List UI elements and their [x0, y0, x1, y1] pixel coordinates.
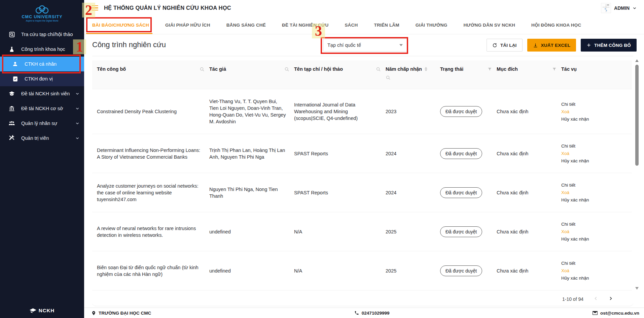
export-label: XUẤT EXCEL: [541, 43, 571, 48]
delete-link[interactable]: Xoá: [561, 267, 624, 274]
status-badge: Đã được duyệt: [440, 106, 482, 117]
col-nam-chap-nhan[interactable]: Năm chấp nhận: [386, 60, 440, 89]
sidebar-item-label: Quản lý nhân sự: [21, 121, 57, 126]
pagination-range: 1-10 of 94: [562, 296, 583, 302]
col-tac-gia[interactable]: Tác giả: [209, 60, 294, 89]
admin-avatar: [601, 3, 611, 13]
cell-journal: N/A: [294, 212, 386, 251]
sidebar-item-label: CTKH cá nhân: [25, 61, 57, 67]
tab-trien-lam[interactable]: TRIỂN LÃM: [374, 23, 399, 28]
cell-journal: N/A: [294, 251, 386, 290]
prev-page-button[interactable]: [594, 296, 598, 302]
journal-type-select[interactable]: Tạp chí quốc tế 3: [323, 39, 407, 52]
tab-bai-bao-chuong-sach[interactable]: BÀI BÁO/CHƯƠNG SÁCH 2: [92, 23, 149, 28]
export-excel-button[interactable]: XUẤT EXCEL: [527, 39, 576, 52]
cell-journal: SPAST Reports: [294, 173, 386, 212]
scrollbar-thumb[interactable]: [635, 65, 639, 166]
tab-giai-thuong[interactable]: GIẢI THƯỞNG: [416, 23, 448, 28]
col-tac-vu: Tác vụ: [561, 60, 632, 89]
delete-link[interactable]: Xoá: [561, 228, 624, 235]
col-trang-thai[interactable]: Trạng thái: [440, 60, 497, 89]
graduation-cap-icon: [8, 90, 15, 97]
footer-phone-label: 02471029999: [362, 311, 390, 316]
col-label: Trạng thái: [440, 66, 463, 72]
col-label: Tên tạp chí / hội thảo: [294, 66, 343, 72]
filter-icon[interactable]: [552, 67, 557, 71]
header-buttons: TẢI LẠI XUẤT EXCEL THÊM CÔNG BỐ: [487, 39, 637, 52]
sidebar-item-quan-tri-vien[interactable]: Quản trị viên: [0, 131, 84, 146]
cancel-confirm-link[interactable]: Hủy xác nhận: [561, 236, 624, 242]
clipboard-check-icon: [11, 75, 19, 83]
admin-menu[interactable]: ADMIN: [601, 3, 637, 13]
add-publication-button[interactable]: THÊM CÔNG BỐ: [581, 39, 637, 52]
table-row: Determinant Influencing Non-Performing L…: [92, 134, 632, 173]
col-ten-tap-chi[interactable]: Tên tạp chí / hội thảo: [294, 60, 386, 89]
tab-giai-phap-huu-ich[interactable]: GIẢI PHÁP HỮU ÍCH: [165, 23, 210, 28]
sidebar-item-de-tai-sv[interactable]: Đề tài NCKH sinh viên: [0, 86, 84, 101]
detail-link[interactable]: Chi tiết: [561, 143, 624, 149]
cell-title: Biên soạn Đại từ điển quốc ngữ chuẩn (từ…: [92, 251, 209, 290]
detail-link[interactable]: Chi tiết: [561, 182, 624, 188]
scroll-up-arrow-icon[interactable]: [635, 59, 639, 62]
sidebar-item-tra-cuu[interactable]: Tra cứu tạp chí/hội thảo: [0, 27, 84, 42]
detail-link[interactable]: Chi tiết: [561, 260, 624, 266]
sidebar-item-label: Công trình khoa học: [21, 46, 65, 52]
content-header: Công trình nghiên cứu Tạp chí quốc tế 3 …: [84, 34, 644, 56]
tab-huong-dan-sv-nckh[interactable]: HƯỚNG DẪN SV NCKH: [463, 23, 515, 28]
col-label: Mục đích: [497, 66, 518, 72]
download-icon: [533, 43, 538, 48]
sidebar-item-ctkh-ca-nhan[interactable]: CTKH cá nhân 1: [0, 57, 84, 71]
delete-link[interactable]: Xoá: [561, 150, 624, 157]
add-label: THÊM CÔNG BỐ: [594, 43, 631, 48]
footer-university: TRƯỜNG ĐẠI HỌC CMC: [92, 311, 151, 316]
sidebar-item-quan-ly-nhan-su[interactable]: Quản lý nhân sự: [0, 116, 84, 131]
chevron-down-icon: [75, 92, 79, 96]
cancel-confirm-link[interactable]: Hủy xác nhận: [561, 275, 624, 281]
cell-authors: Nguyen Thi Phi Nga, Nong Tien Thanh: [209, 173, 294, 212]
detail-link[interactable]: Chi tiết: [561, 221, 624, 227]
location-pin-icon: [92, 311, 96, 316]
tab-bang-sang-che[interactable]: BẰNG SÁNG CHẾ: [226, 23, 266, 28]
col-label: Tên công bố: [97, 66, 126, 72]
search-icon[interactable]: [284, 67, 289, 72]
journal-type-value: Tạp chí quốc tế: [327, 42, 361, 48]
col-ten-cong-bo[interactable]: Tên công bố: [92, 60, 209, 89]
search-icon[interactable]: [200, 67, 205, 72]
sidebar-item-de-tai-co-so[interactable]: Đề tài NCKH cơ sở: [0, 101, 84, 116]
reload-button[interactable]: TẢI LẠI: [487, 39, 523, 52]
cell-title: Determinant Influencing Non-Performing L…: [92, 134, 209, 173]
envelope-icon: [593, 311, 598, 315]
col-label: Năm chấp nhận: [386, 66, 422, 72]
detail-link[interactable]: Chi tiết: [561, 101, 624, 107]
vertical-scrollbar[interactable]: [635, 58, 639, 291]
search-icon[interactable]: [386, 75, 435, 80]
hamburger-menu-icon[interactable]: [92, 5, 98, 11]
delete-link[interactable]: Xoá: [561, 189, 624, 196]
search-icon[interactable]: [376, 67, 381, 72]
sorter-icon[interactable]: [425, 67, 427, 71]
col-muc-dich[interactable]: Mục đích: [497, 60, 561, 89]
tab-de-tai-nghien-cuu[interactable]: ĐỀ TÀI NGHIÊN CỨU: [282, 23, 328, 28]
next-page-button[interactable]: [608, 296, 613, 302]
cmc-logo-tagline: Aspire to Inspire the Digital World: [26, 20, 58, 22]
tab-hoi-dong-khoa-hoc[interactable]: HỘI ĐỒNG KHOA HỌC: [531, 23, 581, 28]
cancel-confirm-link[interactable]: Hủy xác nhận: [561, 197, 624, 203]
cancel-confirm-link[interactable]: Hủy xác nhận: [561, 158, 624, 164]
plus-icon: [586, 43, 591, 47]
cancel-confirm-link[interactable]: Hủy xác nhận: [561, 116, 624, 122]
filter-icon[interactable]: [488, 67, 492, 71]
chevron-down-icon: [75, 136, 79, 140]
col-label: Tác giả: [209, 66, 226, 72]
sidebar-item-ctkh-don-vi[interactable]: CTKH đơn vị: [0, 71, 84, 86]
table-row: Constrained Density Peak Clustering Viet…: [92, 89, 632, 134]
footer-email-label: ost@cmcu.edu.vn: [600, 311, 639, 316]
status-badge: Đã được duyệt: [440, 148, 482, 159]
cell-purpose: Chưa xác định: [497, 173, 561, 212]
cmc-logo: CMC UNIVERSITY Aspire to Inspire the Dig…: [0, 0, 84, 24]
cell-title: A review of neural networks for rare int…: [92, 212, 209, 251]
tab-sach[interactable]: SÁCH: [345, 23, 358, 28]
scroll-down-arrow-icon[interactable]: [635, 287, 639, 290]
delete-link[interactable]: Xoá: [561, 108, 624, 115]
chevron-down-icon: [75, 106, 79, 110]
sidebar-item-cong-trinh[interactable]: Công trình khoa học: [0, 42, 84, 57]
